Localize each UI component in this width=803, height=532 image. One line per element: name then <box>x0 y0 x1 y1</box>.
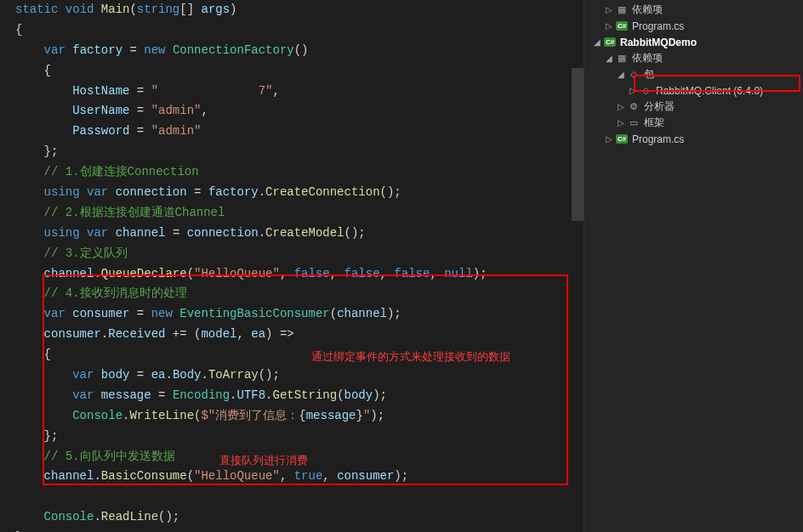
chevron-right-icon: ▷ <box>615 117 626 128</box>
tree-item-dependencies-top[interactable]: ▷ ▦ 依赖项 <box>584 2 803 18</box>
package-icon: ◇ <box>627 68 641 82</box>
chevron-down-icon: ◢ <box>591 37 602 48</box>
chevron-down-icon: ◢ <box>603 53 614 64</box>
tree-item-label: 依赖项 <box>632 3 663 17</box>
solution-explorer[interactable]: ▷ ▦ 依赖项 ▷ C# Program.cs ◢ C# RabbitMQDem… <box>584 0 803 532</box>
chevron-right-icon: ▷ <box>603 20 614 31</box>
tree-item-program-cs[interactable]: ▷ C# Program.cs <box>584 18 803 34</box>
framework-icon: ▭ <box>627 116 641 130</box>
tree-item-label: 框架 <box>644 116 664 130</box>
chevron-right-icon: ▷ <box>603 133 614 144</box>
tree-item-dependencies[interactable]: ◢ ▦ 依赖项 <box>584 50 803 66</box>
tree-item-label: Program.cs <box>632 133 684 145</box>
csharp-file-icon: C# <box>615 133 629 146</box>
tree-item-label: RabbitMQDemo <box>620 37 697 48</box>
annotation-1: 通过绑定事件的方式来处理接收到的数据 <box>311 347 510 367</box>
chevron-right-icon: ▷ <box>615 101 626 112</box>
tree-item-rabbitmq-client[interactable]: ▷ ◇ RabbitMQ.Client (6.4.0) <box>584 82 803 99</box>
tree-item-label: 包 <box>644 67 654 82</box>
csharp-file-icon: C# <box>615 20 629 33</box>
dependencies-icon: ▦ <box>615 52 629 65</box>
chevron-down-icon: ◢ <box>615 69 626 80</box>
editor-scrollbar[interactable] <box>572 0 584 532</box>
csharp-project-icon: C# <box>603 36 617 49</box>
tree-item-program-cs-2[interactable]: ▷ C# Program.cs <box>584 131 803 147</box>
tree-item-label: 分析器 <box>644 99 675 114</box>
tree-item-label: 依赖项 <box>632 51 663 65</box>
tree-item-label: Program.cs <box>632 20 684 32</box>
tree-item-label: RabbitMQ.Client (6.4.0) <box>656 85 763 97</box>
analyzer-icon: ⚙ <box>627 100 641 114</box>
tree-item-frameworks[interactable]: ▷ ▭ 框架 <box>584 115 803 131</box>
tree-item-project[interactable]: ◢ C# RabbitMQDemo <box>584 34 803 50</box>
tree-item-analyzers[interactable]: ▷ ⚙ 分析器 <box>584 99 803 115</box>
chevron-right-icon: ▷ <box>603 4 614 15</box>
nuget-package-icon: ◇ <box>639 84 652 98</box>
tree-item-packages[interactable]: ◢ ◇ 包 <box>584 66 803 82</box>
dependencies-icon: ▦ <box>615 3 629 17</box>
editor-scroll-thumb[interactable] <box>572 68 584 221</box>
chevron-right-icon: ▷ <box>627 85 638 96</box>
code-editor[interactable]: static void Main(string[] args) { var fa… <box>0 0 584 532</box>
